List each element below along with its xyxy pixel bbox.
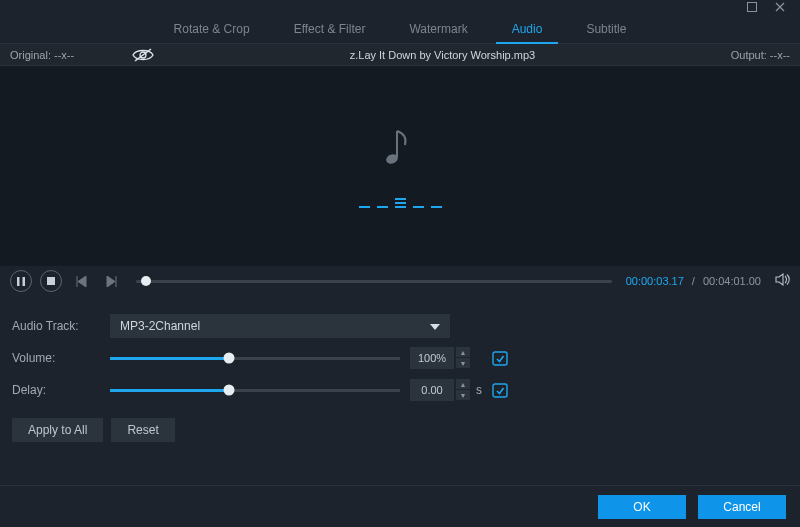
delay-unit-label: s (476, 383, 482, 397)
volume-step-down[interactable]: ▼ (456, 358, 470, 368)
volume-label: Volume: (12, 351, 110, 365)
cancel-button[interactable]: Cancel (698, 495, 786, 519)
time-separator: / (692, 275, 695, 287)
volume-step-up[interactable]: ▲ (456, 347, 470, 357)
audio-track-label: Audio Track: (12, 319, 110, 333)
tab-subtitle[interactable]: Subtitle (564, 14, 648, 43)
ok-button[interactable]: OK (598, 495, 686, 519)
playback-bar: 00:00:03.17/00:04:01.00 (0, 266, 800, 296)
delay-label: Delay: (12, 383, 110, 397)
seek-slider[interactable] (136, 280, 612, 283)
preview-area (0, 66, 800, 266)
volume-knob[interactable] (223, 353, 234, 364)
volume-slider[interactable] (110, 357, 400, 360)
tab-effect-filter[interactable]: Effect & Filter (272, 14, 388, 43)
audio-settings-form: Audio Track: MP3-2Channel Volume: 100% ▲… (0, 296, 800, 446)
delay-stepper[interactable]: ▲ ▼ (456, 379, 470, 401)
tab-watermark[interactable]: Watermark (387, 14, 489, 43)
delay-value-input[interactable]: 0.00 (410, 379, 454, 401)
maximize-button[interactable] (738, 0, 766, 14)
original-size-label: Original: --x-- (10, 49, 74, 61)
svg-rect-0 (748, 3, 757, 12)
chevron-down-icon (430, 319, 440, 333)
info-row: Original: --x-- z.Lay It Down by Victory… (0, 44, 800, 66)
next-button[interactable] (100, 270, 122, 292)
svg-rect-6 (47, 277, 55, 285)
volume-reset-icon[interactable] (492, 351, 508, 366)
delay-reset-icon[interactable] (492, 383, 508, 398)
dialog-footer: OK Cancel (0, 485, 800, 527)
tab-audio[interactable]: Audio (490, 14, 565, 43)
pause-button[interactable] (10, 270, 32, 292)
previous-button[interactable] (70, 270, 92, 292)
svg-rect-4 (17, 277, 20, 286)
delay-slider[interactable] (110, 389, 400, 392)
delay-step-up[interactable]: ▲ (456, 379, 470, 389)
music-note-icon (383, 125, 417, 172)
stop-button[interactable] (40, 270, 62, 292)
current-filename: z.Lay It Down by Victory Worship.mp3 (154, 49, 731, 61)
speaker-icon[interactable] (775, 273, 790, 289)
volume-value-input[interactable]: 100% (410, 347, 454, 369)
svg-rect-8 (493, 384, 507, 397)
delay-knob[interactable] (223, 385, 234, 396)
output-size-label: Output: --x-- (731, 49, 790, 61)
volume-fill (110, 357, 229, 360)
svg-rect-7 (493, 352, 507, 365)
apply-to-all-button[interactable]: Apply to All (12, 418, 103, 442)
svg-rect-5 (23, 277, 26, 286)
equalizer-animation (359, 190, 442, 208)
audio-track-select[interactable]: MP3-2Channel (110, 314, 450, 338)
editor-tabs: Rotate & Crop Effect & Filter Watermark … (0, 14, 800, 44)
preview-visibility-icon[interactable] (132, 48, 154, 62)
time-current: 00:00:03.17 (626, 275, 684, 287)
delay-fill (110, 389, 229, 392)
audio-track-value: MP3-2Channel (120, 319, 200, 333)
volume-stepper[interactable]: ▲ ▼ (456, 347, 470, 369)
seek-knob[interactable] (141, 276, 151, 286)
time-total: 00:04:01.00 (703, 275, 761, 287)
tab-rotate-crop[interactable]: Rotate & Crop (152, 14, 272, 43)
reset-button[interactable]: Reset (111, 418, 174, 442)
delay-step-down[interactable]: ▼ (456, 390, 470, 400)
close-button[interactable] (766, 0, 794, 14)
